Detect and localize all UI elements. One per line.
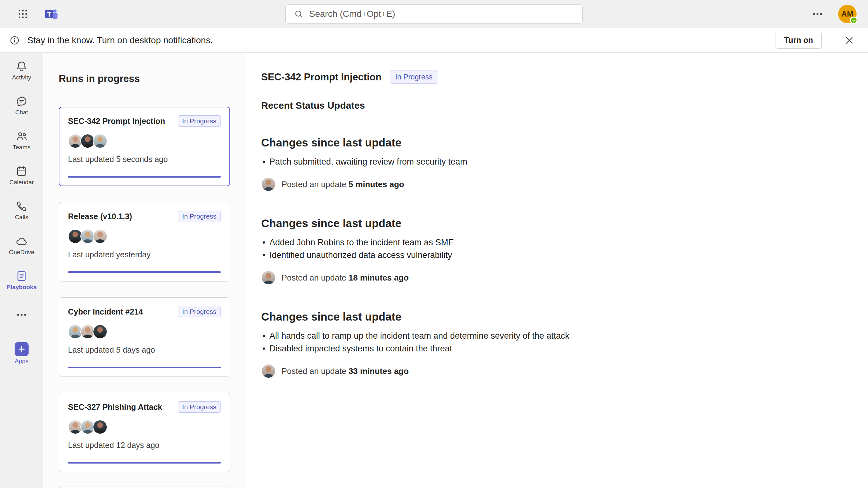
run-card[interactable]: SEC-342 Prompt Injection In Progress Las… (59, 107, 230, 186)
avatar (93, 420, 107, 434)
content-area: Activity Chat Teams Calendar (0, 53, 868, 488)
run-card-title: Cyber Incident #214 (68, 307, 143, 316)
sidebar-item-label: Calls (15, 214, 28, 220)
avatar (93, 229, 107, 244)
update-bullet: Patch submitted, awaiting review from se… (261, 155, 849, 168)
ellipsis-icon (811, 8, 824, 20)
progress-bar (68, 462, 221, 463)
avatar (93, 134, 107, 148)
turn-on-button[interactable]: Turn on (776, 32, 822, 49)
sidebar-item-label: Calendar (9, 179, 34, 185)
update-bullet: Disabled impacted systems to contain the… (261, 342, 849, 355)
section-title: Recent Status Updates (261, 100, 849, 111)
run-card-updated: Last updated 12 days ago (68, 441, 221, 450)
cloud-icon (16, 235, 28, 247)
posted-timestamp: 33 minutes ago (348, 366, 409, 376)
posted-row: Posted an update 18 minutes ago (261, 270, 849, 285)
run-card-title: Release (v10.1.3) (68, 212, 132, 221)
more-options-button[interactable] (810, 6, 826, 22)
top-bar: AM (0, 0, 868, 28)
app-launcher-button[interactable] (15, 6, 31, 22)
status-badge: In Progress (178, 115, 221, 127)
app-rail: Activity Chat Teams Calendar (0, 53, 43, 488)
run-detail-pane: SEC-342 Prompt Injection In Progress Rec… (245, 53, 868, 488)
bell-icon (16, 60, 28, 72)
status-update: Changes since last update All hands call… (261, 310, 849, 378)
banner-message: Stay in the know. Turn on desktop notifi… (27, 35, 213, 45)
people-icon (16, 130, 28, 142)
run-card-header: SEC-342 Prompt Injection In Progress (68, 115, 221, 127)
close-icon (844, 35, 855, 46)
posted-row: Posted an update 33 minutes ago (261, 364, 849, 378)
avatar (261, 364, 276, 378)
update-bullets: All hands call to ramp up the incident t… (261, 330, 849, 355)
sidebar-item-teams[interactable]: Teams (0, 123, 43, 158)
run-card[interactable]: Cyber Incident #214 In Progress Last upd… (59, 297, 230, 377)
avatar (261, 270, 276, 285)
participant-avatars (68, 134, 221, 148)
run-card-peek[interactable] (59, 486, 230, 488)
teams-logo-icon (44, 6, 59, 22)
status-badge: In Progress (178, 401, 221, 413)
sidebar-item-onedrive[interactable]: OneDrive (0, 227, 43, 263)
presence-available-icon (850, 17, 858, 24)
run-card[interactable]: SEC-327 Phishing Attack In Progress Last… (59, 393, 230, 472)
progress-bar (68, 176, 221, 178)
update-heading: Changes since last update (261, 136, 849, 149)
runs-panel: Runs in progress SEC-342 Prompt Injectio… (43, 53, 245, 488)
participant-avatars (68, 420, 221, 434)
plus-icon (14, 342, 29, 356)
posted-timestamp: 18 minutes ago (348, 273, 409, 282)
sidebar-item-label: Chat (15, 109, 28, 115)
profile-avatar[interactable]: AM (838, 5, 857, 23)
notebook-icon (16, 270, 28, 282)
update-heading: Changes since last update (261, 310, 849, 323)
search-bar[interactable] (285, 4, 583, 24)
update-bullet: Added John Robins to the incident team a… (261, 236, 849, 249)
more-horizontal-icon (16, 309, 28, 321)
avatar (261, 177, 276, 191)
status-update: Changes since last update Added John Rob… (261, 217, 849, 285)
runs-panel-title: Runs in progress (59, 73, 230, 85)
phone-icon (16, 200, 28, 212)
run-card-header: Cyber Incident #214 In Progress (68, 306, 221, 317)
sidebar-item-playbooks[interactable]: Playbooks (0, 263, 43, 297)
chat-bubble-icon (16, 95, 28, 108)
run-card-header: SEC-327 Phishing Attack In Progress (68, 401, 221, 413)
status-badge: In Progress (178, 306, 221, 317)
posted-text: Posted an update 33 minutes ago (281, 366, 409, 376)
run-card[interactable]: Release (v10.1.3) In Progress Last updat… (59, 202, 230, 281)
sidebar-item-activity[interactable]: Activity (0, 53, 43, 88)
search-input[interactable] (309, 9, 574, 19)
calendar-icon (16, 165, 28, 177)
sidebar-item-label: Teams (13, 144, 31, 150)
status-badge: In Progress (178, 211, 221, 222)
posted-text: Posted an update 5 minutes ago (281, 180, 404, 189)
run-card-updated: Last updated yesterday (68, 250, 221, 259)
update-bullet: All hands call to ramp up the incident t… (261, 330, 849, 342)
run-card-title: SEC-342 Prompt Injection (68, 117, 165, 126)
sidebar-item-chat[interactable]: Chat (0, 88, 43, 123)
waffle-icon (17, 8, 29, 20)
update-heading: Changes since last update (261, 217, 849, 230)
update-bullets: Patch submitted, awaiting review from se… (261, 155, 849, 168)
participant-avatars (68, 325, 221, 339)
participant-avatars (68, 229, 221, 244)
search-icon (294, 9, 303, 19)
sidebar-item-label: Playbooks (6, 284, 36, 290)
sidebar-item-apps[interactable]: Apps (0, 332, 43, 374)
avatar (93, 325, 107, 339)
posted-timestamp: 5 minutes ago (348, 180, 404, 189)
update-bullet: Identified unauthorized data access vuln… (261, 249, 849, 262)
sidebar-item-more[interactable] (0, 304, 43, 326)
progress-bar (68, 367, 221, 368)
run-card-updated: Last updated 5 days ago (68, 345, 221, 355)
run-card-title: SEC-327 Phishing Attack (68, 402, 162, 412)
notification-banner: Stay in the know. Turn on desktop notifi… (0, 28, 868, 53)
banner-close-button[interactable] (842, 33, 857, 48)
sidebar-item-label: Apps (14, 358, 28, 364)
progress-bar (68, 271, 221, 273)
sidebar-item-calendar[interactable]: Calendar (0, 158, 43, 192)
sidebar-item-label: OneDrive (9, 249, 34, 255)
sidebar-item-calls[interactable]: Calls (0, 192, 43, 227)
